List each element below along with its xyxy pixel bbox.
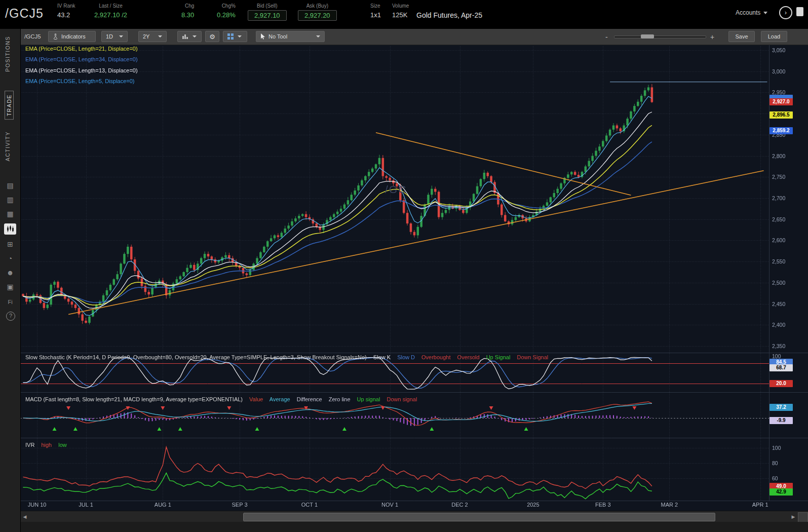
volume-label: Volume [392, 3, 409, 9]
iv-rank-field: IV Rank 43.2 [57, 3, 75, 19]
bid-button[interactable]: 2,927.10 [248, 10, 287, 21]
chevron-down-icon [193, 35, 197, 37]
bottom-strip [20, 522, 808, 532]
cursor-icon [260, 33, 265, 40]
left-sidebar: POSITIONS TRADE ACTIVITY ▤ ▥ ▦ ⊞ ◔ ☻ ▣ F… [0, 29, 21, 532]
chg-pct-field: Chg% 0.28% [217, 3, 236, 19]
chevron-down-icon [316, 35, 320, 37]
iv-rank-label: IV Rank [57, 3, 75, 9]
volume-field: Volume 125K [392, 3, 409, 19]
beaker-icon [53, 33, 58, 40]
accounts-menu[interactable]: Accounts [736, 9, 767, 16]
chart-scrollbar[interactable]: ◀ ▶ [20, 511, 808, 522]
bid-label: Bid (Sell) [248, 3, 287, 9]
chart-settings-button[interactable]: ⚙ [205, 31, 219, 42]
scrollbar-thumb[interactable] [243, 513, 715, 521]
app-window: /GCJ5 IV Rank 43.2 Last / Size 2,927.10 … [0, 0, 808, 532]
accounts-label: Accounts [736, 9, 760, 16]
chart-toolbar: /GCJ5 Indicators 1D 2Y ⚙ [20, 29, 808, 45]
forex-icon[interactable]: Fi [4, 296, 16, 308]
indicators-button[interactable]: Indicators [48, 31, 96, 42]
charts-icon[interactable] [4, 223, 16, 235]
help-icon[interactable]: ? [6, 312, 15, 321]
bid-field: Bid (Sell) 2,927.10 [248, 3, 287, 21]
watchlist-icon[interactable]: ▥ [4, 194, 16, 205]
chg-label: Chg [181, 3, 194, 9]
chevron-down-icon [763, 12, 767, 14]
chevron-down-icon [119, 35, 123, 37]
symbol-title: /GCJ5 [5, 6, 44, 21]
clients-icon[interactable]: ☻ [4, 267, 16, 278]
chevron-down-icon [238, 35, 242, 37]
range-dropdown[interactable]: 2Y [138, 31, 167, 42]
iv-rank-value: 43.2 [57, 11, 75, 19]
quote-header: /GCJ5 IV Rank 43.2 Last / Size 2,927.10 … [0, 0, 808, 29]
size-field: Size 1x1 [370, 3, 381, 19]
last-size-value: 2,927.10 /2 [94, 11, 127, 19]
size-label: Size [370, 3, 381, 9]
ask-button[interactable]: 2,927.20 [298, 10, 337, 21]
price-chart[interactable] [20, 45, 808, 511]
widgets-icon[interactable]: ⊞ [4, 239, 16, 250]
contract-description: Gold Futures, Apr-25 [416, 11, 482, 19]
chg-field: Chg 8.30 [181, 3, 194, 19]
chevron-down-icon [158, 35, 162, 37]
volume-value: 125K [392, 11, 409, 19]
ask-field: Ask (Buy) 2,927.20 [298, 3, 337, 21]
last-size-field: Last / Size 2,927.10 /2 [94, 3, 127, 19]
grid-layout-dropdown[interactable] [223, 31, 247, 42]
sidebar-tab-activity[interactable]: ACTIVITY [5, 131, 11, 161]
chart-type-icon [182, 33, 188, 40]
grid-icon [227, 33, 234, 40]
chg-pct-value: 0.28% [217, 11, 236, 19]
report-icon[interactable]: ▤ [4, 180, 16, 191]
size-value: 1x1 [370, 11, 381, 19]
sidebar-tab-trade[interactable]: TRADE [5, 91, 14, 120]
indicators-label: Indicators [61, 33, 86, 40]
timeframe-value: 1D [106, 33, 113, 40]
scroll-right-icon[interactable]: ▶ [790, 513, 797, 520]
history-icon[interactable]: ◔ [4, 253, 16, 264]
calendar-icon[interactable]: ▦ [4, 208, 16, 219]
save-button[interactable]: Save [728, 31, 755, 42]
chg-value: 8.30 [181, 11, 194, 19]
range-value: 2Y [143, 33, 149, 40]
panel-toggle-icon[interactable] [796, 7, 803, 16]
candlestick-glyph [6, 225, 14, 233]
load-button[interactable]: Load [761, 31, 787, 42]
scroll-left-icon[interactable]: ◀ [21, 513, 28, 520]
ask-label: Ask (Buy) [298, 3, 337, 9]
zoom-out-button[interactable]: - [605, 33, 608, 41]
toolbar-symbol-label: /GCJ5 [24, 33, 41, 40]
gear-icon: ⚙ [209, 33, 215, 41]
timeframe-dropdown[interactable]: 1D [101, 31, 128, 42]
zoom-in-button[interactable]: + [710, 33, 714, 41]
sidebar-tab-positions[interactable]: POSITIONS [5, 36, 11, 72]
capture-icon[interactable]: ▣ [4, 281, 16, 292]
drawing-tool-value: No Tool [268, 33, 287, 40]
chart-style-dropdown[interactable] [177, 31, 202, 42]
zoom-slider[interactable] [614, 35, 706, 39]
chg-pct-label: Chg% [217, 3, 236, 9]
drawing-tool-dropdown[interactable]: No Tool [256, 31, 325, 42]
last-size-label: Last / Size [94, 3, 127, 9]
support-circle-icon[interactable]: › [779, 6, 792, 19]
scrollbar-corner-button[interactable] [798, 512, 808, 522]
zoom-slider-thumb[interactable] [641, 34, 654, 39]
